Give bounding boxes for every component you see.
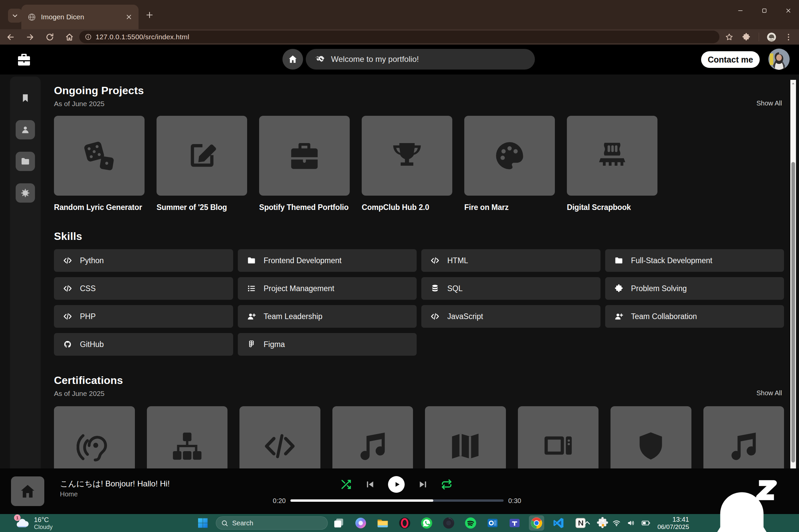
toolbar-icon-home[interactable]: [65, 33, 74, 42]
certification-tile[interactable]: [611, 406, 691, 469]
player-button-play[interactable]: [388, 476, 405, 493]
skill-pill[interactable]: Team Collaboration: [605, 305, 784, 328]
taskbar-app-outlook[interactable]: [485, 515, 500, 531]
certification-card[interactable]: [704, 406, 784, 469]
notifications-bell-icon[interactable]: [694, 473, 794, 532]
address-bar[interactable]: 127.0.0.1:5500/src/index.html: [79, 31, 720, 43]
skill-pill[interactable]: HTML: [421, 249, 600, 272]
skill-pill[interactable]: Python: [54, 249, 233, 272]
new-tab-button[interactable]: [145, 11, 154, 19]
sidebar-item-projects[interactable]: [16, 152, 35, 171]
project-card[interactable]: Random Lyric Generator: [54, 116, 145, 212]
contact-me-button[interactable]: Contact me: [701, 51, 760, 68]
tray-sync[interactable]: [597, 518, 606, 528]
taskbar-app-vscode[interactable]: [551, 515, 566, 531]
progress-bar[interactable]: [290, 499, 504, 502]
browser-tab[interactable]: Imogen Dicen: [21, 5, 139, 29]
skill-pill[interactable]: Problem Solving: [605, 277, 784, 300]
certification-tile[interactable]: [147, 406, 228, 469]
now-playing-tile[interactable]: [11, 476, 44, 506]
taskbar-app-dark-app[interactable]: [441, 515, 456, 531]
certification-card[interactable]: [425, 406, 506, 469]
browser-profile-avatar[interactable]: [767, 33, 776, 42]
certification-card[interactable]: [518, 406, 599, 469]
site-info-icon[interactable]: [85, 33, 92, 41]
taskbar-app-copilot[interactable]: [353, 515, 368, 531]
taskbar-app-spotify[interactable]: [463, 515, 478, 531]
certification-card[interactable]: [332, 406, 413, 469]
tray-battery[interactable]: [641, 518, 651, 528]
nav-home-button[interactable]: [283, 49, 303, 70]
certification-tile[interactable]: [704, 406, 784, 469]
sidebar-item-profile[interactable]: [16, 120, 35, 139]
weather-widget[interactable]: 1: [15, 515, 31, 531]
taskbar-app-opera-gx[interactable]: [397, 515, 412, 531]
skill-pill[interactable]: PHP: [54, 305, 233, 328]
taskbar-app-task-view[interactable]: [331, 515, 346, 531]
sidebar-item-certifications[interactable]: [16, 183, 35, 203]
certification-card[interactable]: [239, 406, 321, 469]
welcome-banner[interactable]: Welcome to my portfolio!: [306, 49, 535, 70]
bookmark-star-icon[interactable]: [725, 33, 734, 42]
certification-tile[interactable]: [425, 406, 506, 469]
certification-card[interactable]: [611, 406, 691, 469]
project-tile[interactable]: [362, 116, 452, 196]
skill-pill[interactable]: SQL: [421, 277, 600, 300]
certification-tile[interactable]: [239, 406, 321, 469]
certification-card[interactable]: [147, 406, 228, 469]
skill-pill[interactable]: Team Leadership: [238, 305, 417, 328]
player-button-shuffle[interactable]: [340, 479, 352, 490]
player-button-repeat[interactable]: [441, 479, 452, 490]
certification-tile[interactable]: [54, 406, 135, 469]
project-card[interactable]: Spotify Themed Portfolio: [259, 116, 350, 212]
window-maximize-button[interactable]: [761, 7, 768, 14]
project-tile[interactable]: [567, 116, 657, 196]
project-tile[interactable]: [464, 116, 555, 196]
player-button-previous[interactable]: [365, 479, 375, 489]
taskbar-app-whatsapp[interactable]: [419, 515, 434, 531]
extensions-icon[interactable]: [742, 33, 751, 42]
project-tile[interactable]: [259, 116, 350, 196]
browser-menu-icon[interactable]: [784, 33, 793, 42]
briefcase-logo-icon[interactable]: [16, 51, 32, 68]
player-button-next[interactable]: [418, 479, 428, 489]
scrollbar-up-arrow[interactable]: [790, 80, 796, 87]
start-button[interactable]: [197, 517, 209, 529]
certification-card[interactable]: [54, 406, 135, 469]
skill-pill[interactable]: GitHub: [54, 333, 233, 356]
skill-pill[interactable]: CSS: [54, 277, 233, 300]
tray-volume[interactable]: [627, 518, 636, 528]
certification-tile[interactable]: [332, 406, 413, 469]
project-tile[interactable]: [157, 116, 247, 196]
project-card[interactable]: Fire on Marz: [464, 116, 555, 212]
skill-pill[interactable]: Figma: [238, 333, 417, 356]
projects-show-all-link[interactable]: Show All: [756, 99, 782, 107]
taskbar-clock[interactable]: 13:41 06/07/2025: [656, 515, 689, 531]
certification-tile[interactable]: [518, 406, 599, 469]
tray-wifi[interactable]: [612, 518, 621, 528]
window-minimize-button[interactable]: [737, 7, 744, 14]
skill-pill[interactable]: JavaScript: [421, 305, 600, 328]
project-card[interactable]: Summer of '25 Blog: [157, 116, 247, 212]
sidebar-item-bookmarks[interactable]: [16, 89, 35, 108]
scrollbar-thumb[interactable]: [791, 162, 795, 462]
skill-pill[interactable]: Full-Stack Development: [605, 249, 784, 272]
taskbar-app-teams[interactable]: [507, 515, 522, 531]
tray-chevron-up[interactable]: [582, 518, 592, 528]
tab-search-button[interactable]: [8, 8, 22, 23]
profile-avatar[interactable]: [768, 49, 790, 70]
taskbar-search[interactable]: Search: [216, 516, 328, 530]
tab-close-icon[interactable]: [125, 13, 132, 21]
taskbar-app-file-explorer[interactable]: [375, 515, 391, 531]
toolbar-icon-reload[interactable]: [45, 33, 54, 42]
project-tile[interactable]: [54, 116, 145, 196]
project-card[interactable]: CompClub Hub 2.0: [362, 116, 452, 212]
window-close-button[interactable]: [785, 7, 792, 14]
project-card[interactable]: Digital Scrapbook: [567, 116, 657, 212]
taskbar-app-chrome[interactable]: [529, 515, 544, 531]
toolbar-icon-forward[interactable]: [26, 33, 35, 42]
skill-pill[interactable]: Frontend Development: [238, 249, 417, 272]
certifications-show-all-link[interactable]: Show All: [756, 389, 782, 397]
toolbar-icon-back[interactable]: [6, 33, 15, 42]
skill-pill[interactable]: Project Management: [238, 277, 417, 300]
